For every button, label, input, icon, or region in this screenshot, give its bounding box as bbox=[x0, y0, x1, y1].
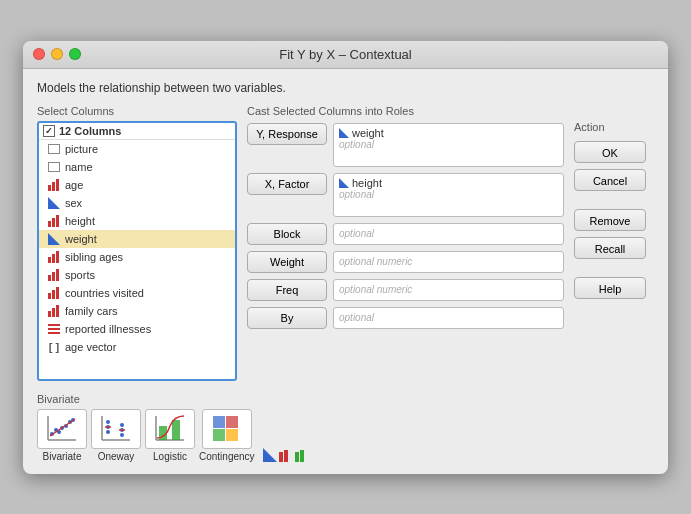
remove-button[interactable]: Remove bbox=[574, 209, 646, 231]
col-item-age[interactable]: age bbox=[39, 176, 235, 194]
cast-row-freq: Freq optional numeric bbox=[247, 279, 564, 301]
svg-rect-13 bbox=[56, 269, 59, 281]
svg-marker-57 bbox=[263, 448, 277, 462]
svg-rect-36 bbox=[98, 412, 134, 446]
small-bar-icon bbox=[279, 448, 293, 462]
bivariate-chart-icon bbox=[44, 412, 80, 446]
cancel-button[interactable]: Cancel bbox=[574, 169, 646, 191]
svg-rect-6 bbox=[56, 215, 59, 227]
svg-rect-0 bbox=[48, 185, 51, 191]
sports-icon bbox=[47, 268, 61, 282]
svg-rect-2 bbox=[56, 179, 59, 191]
weight-button[interactable]: Weight bbox=[247, 251, 327, 273]
col-label-reported-illnesses: reported illnesses bbox=[65, 323, 151, 335]
content-area: Models the relationship between two vari… bbox=[23, 69, 668, 474]
columns-count: 12 Columns bbox=[59, 125, 121, 137]
extra-icons bbox=[263, 429, 309, 462]
titlebar: Fit Y by X – Contextual bbox=[23, 41, 668, 69]
bivariate-item[interactable]: Bivariate bbox=[37, 409, 87, 462]
svg-rect-59 bbox=[284, 450, 288, 462]
cast-row-by: By optional bbox=[247, 307, 564, 329]
col-item-name[interactable]: name bbox=[39, 158, 235, 176]
block-button[interactable]: Block bbox=[247, 223, 327, 245]
action-panel: Action OK Cancel Remove Recall Help bbox=[574, 105, 654, 381]
cast-row-weight: Weight optional numeric bbox=[247, 251, 564, 273]
svg-rect-18 bbox=[52, 308, 55, 317]
contingency-chart-icon bbox=[209, 412, 245, 446]
svg-marker-24 bbox=[339, 178, 349, 188]
small-triangle-icon bbox=[263, 448, 277, 462]
by-optional: optional bbox=[339, 312, 374, 323]
minimize-button[interactable] bbox=[51, 48, 63, 60]
columns-header: ✓ 12 Columns bbox=[39, 123, 235, 140]
svg-rect-51 bbox=[172, 420, 180, 440]
height-icon bbox=[47, 214, 61, 228]
age-icon bbox=[47, 178, 61, 192]
x-factor-value: height bbox=[339, 177, 558, 189]
sex-icon bbox=[47, 196, 61, 210]
close-button[interactable] bbox=[33, 48, 45, 60]
bivariate-row: Bivariate bbox=[37, 409, 654, 462]
main-window: Fit Y by X – Contextual Models the relat… bbox=[23, 41, 668, 474]
block-box[interactable]: optional bbox=[333, 223, 564, 245]
columns-list-box[interactable]: ✓ 12 Columns picture name bbox=[37, 121, 237, 381]
help-button[interactable]: Help bbox=[574, 277, 646, 299]
col-item-age-vector[interactable]: [ ] age vector bbox=[39, 338, 235, 356]
col-item-countries-visited[interactable]: countries visited bbox=[39, 284, 235, 302]
svg-rect-11 bbox=[48, 275, 51, 281]
svg-rect-53 bbox=[213, 416, 225, 428]
maximize-button[interactable] bbox=[69, 48, 81, 60]
svg-rect-47 bbox=[152, 412, 188, 446]
cast-row-x-factor: X, Factor height optional bbox=[247, 173, 564, 217]
col-item-sibling-ages[interactable]: sibling ages bbox=[39, 248, 235, 266]
col-item-reported-illnesses[interactable]: reported illnesses bbox=[39, 320, 235, 338]
y-response-value: weight bbox=[339, 127, 558, 139]
svg-marker-3 bbox=[48, 197, 60, 209]
col-label-sibling-ages: sibling ages bbox=[65, 251, 123, 263]
y-response-button[interactable]: Y, Response bbox=[247, 123, 327, 145]
col-item-weight[interactable]: weight bbox=[39, 230, 235, 248]
logistic-item[interactable]: Logistic bbox=[145, 409, 195, 462]
freq-button[interactable]: Freq bbox=[247, 279, 327, 301]
weight-box[interactable]: optional numeric bbox=[333, 251, 564, 273]
by-box[interactable]: optional bbox=[333, 307, 564, 329]
bivariate-icon bbox=[37, 409, 87, 449]
name-icon bbox=[47, 160, 61, 174]
by-button[interactable]: By bbox=[247, 307, 327, 329]
col-item-picture[interactable]: picture bbox=[39, 140, 235, 158]
main-row: Select Columns ✓ 12 Columns picture name bbox=[37, 105, 654, 381]
oneway-item[interactable]: Oneway bbox=[91, 409, 141, 462]
logistic-item-label: Logistic bbox=[153, 451, 187, 462]
x-factor-optional: optional bbox=[339, 189, 558, 200]
select-columns-panel: Select Columns ✓ 12 Columns picture name bbox=[37, 105, 237, 381]
svg-point-45 bbox=[120, 433, 124, 437]
svg-rect-15 bbox=[52, 290, 55, 299]
ok-button[interactable]: OK bbox=[574, 141, 646, 163]
cast-panel-label: Cast Selected Columns into Roles bbox=[247, 105, 564, 117]
col-item-height[interactable]: height bbox=[39, 212, 235, 230]
col-item-sports[interactable]: sports bbox=[39, 266, 235, 284]
weight-optional: optional numeric bbox=[339, 256, 412, 267]
svg-rect-56 bbox=[226, 429, 238, 441]
svg-rect-16 bbox=[56, 287, 59, 299]
x-factor-box[interactable]: height optional bbox=[333, 173, 564, 217]
svg-rect-5 bbox=[52, 218, 55, 227]
y-response-optional: optional bbox=[339, 139, 558, 150]
block-optional: optional bbox=[339, 228, 374, 239]
oneway-item-label: Oneway bbox=[98, 451, 135, 462]
col-label-age-vector: age vector bbox=[65, 341, 116, 353]
logistic-chart-icon bbox=[152, 412, 188, 446]
recall-button[interactable]: Recall bbox=[574, 237, 646, 259]
x-factor-button[interactable]: X, Factor bbox=[247, 173, 327, 195]
col-item-family-cars[interactable]: family cars bbox=[39, 302, 235, 320]
bivariate-item-label: Bivariate bbox=[43, 451, 82, 462]
freq-box[interactable]: optional numeric bbox=[333, 279, 564, 301]
y-response-box[interactable]: weight optional bbox=[333, 123, 564, 167]
age-vector-icon: [ ] bbox=[47, 340, 61, 354]
bivariate-label: Bivariate bbox=[37, 393, 654, 405]
contingency-item[interactable]: Contingency bbox=[199, 409, 255, 462]
svg-rect-10 bbox=[56, 251, 59, 263]
col-item-sex[interactable]: sex bbox=[39, 194, 235, 212]
svg-rect-61 bbox=[300, 450, 304, 462]
titlebar-buttons bbox=[33, 48, 81, 60]
